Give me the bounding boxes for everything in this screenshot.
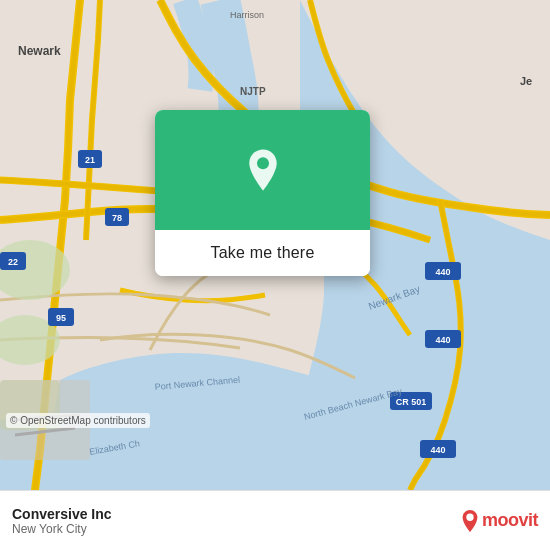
map-container: 21 78 95 22 440 440 440 CR 501 NJTP Newa…: [0, 0, 550, 490]
location-info: Conversive Inc New York City: [12, 506, 112, 536]
svg-text:21: 21: [85, 155, 95, 165]
moovit-logo[interactable]: moovit: [460, 509, 538, 533]
moovit-label: moovit: [482, 510, 538, 531]
location-city: New York City: [12, 522, 112, 536]
moovit-pin-icon: [460, 509, 480, 533]
osm-attribution: © OpenStreetMap contributors: [6, 413, 150, 428]
svg-text:440: 440: [435, 335, 450, 345]
svg-text:95: 95: [56, 313, 66, 323]
svg-text:22: 22: [8, 257, 18, 267]
svg-text:Je: Je: [520, 75, 532, 87]
svg-text:Harrison: Harrison: [230, 10, 264, 20]
svg-text:78: 78: [112, 213, 122, 223]
svg-text:CR 501: CR 501: [396, 397, 427, 407]
popup-card: Take me there: [155, 110, 370, 276]
svg-point-30: [466, 513, 473, 520]
take-me-there-button[interactable]: Take me there: [155, 230, 370, 276]
svg-text:Newark: Newark: [18, 44, 61, 58]
bottom-bar: Conversive Inc New York City moovit: [0, 490, 550, 550]
popup-green-area: [155, 110, 370, 230]
svg-text:440: 440: [435, 267, 450, 277]
svg-point-29: [257, 157, 269, 169]
svg-text:440: 440: [430, 445, 445, 455]
svg-text:NJTP: NJTP: [240, 86, 266, 97]
location-pin-icon: [239, 146, 287, 194]
location-name: Conversive Inc: [12, 506, 112, 522]
